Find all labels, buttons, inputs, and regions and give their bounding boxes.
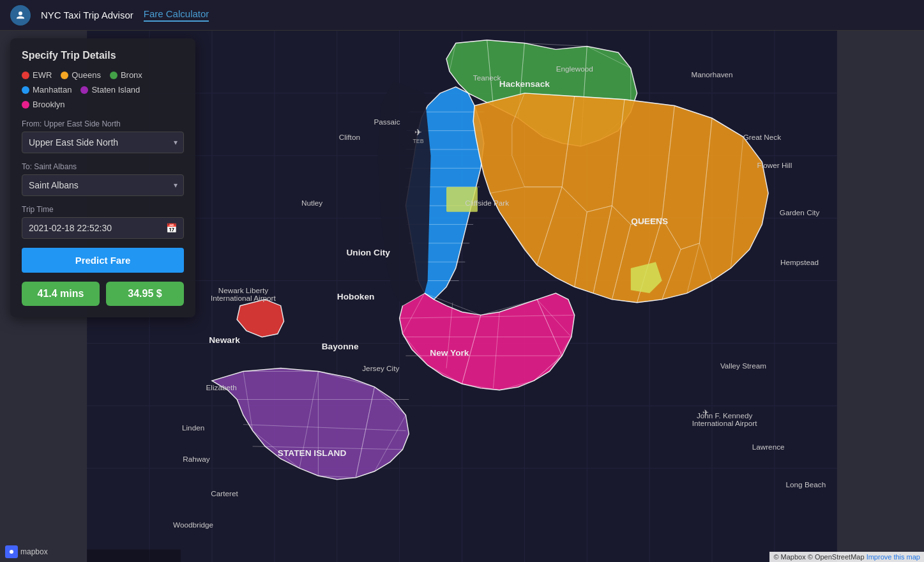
svg-text:Clifton: Clifton (339, 133, 360, 141)
trip-time-field-group: Trip Time 📅 (22, 205, 184, 239)
result-fare-badge: 34.95 $ (106, 282, 184, 306)
svg-text:Teaneck: Teaneck (473, 73, 501, 82)
svg-text:Linden: Linden (182, 423, 204, 432)
brooklyn-dot (22, 101, 29, 109)
to-label: To: Saint Albans (22, 162, 184, 171)
queens-dot (61, 72, 68, 79)
svg-text:TEB: TEB (413, 138, 423, 144)
legend-manhattan: Manhattan (22, 85, 72, 95)
svg-text:✈: ✈ (702, 408, 709, 416)
svg-text:Englewood: Englewood (556, 65, 593, 73)
svg-point-0 (19, 11, 22, 15)
from-select-wrapper: Upper East Side North ▾ (22, 132, 184, 153)
trip-details-panel: Specify Trip Details EWR Queens Bronx Ma… (10, 38, 195, 317)
svg-text:International Airport: International Airport (211, 294, 276, 302)
svg-text:Garden City: Garden City (780, 208, 820, 216)
staten-island-label: Staten Island (91, 85, 140, 95)
svg-text:New York: New York (430, 348, 469, 358)
app-logo (10, 5, 31, 26)
queens-label: Queens (72, 70, 101, 80)
svg-text:Lawrence: Lawrence (752, 443, 785, 451)
svg-text:Union City: Union City (346, 248, 390, 257)
brooklyn-label: Brooklyn (33, 100, 65, 109)
svg-text:Hoboken: Hoboken (337, 292, 375, 301)
from-select[interactable]: Upper East Side North (22, 132, 184, 153)
from-label: From: Upper East Side North (22, 119, 184, 128)
to-select-wrapper: Saint Albans ▾ (22, 174, 184, 196)
svg-point-74 (10, 550, 13, 554)
legend-brooklyn: Brooklyn (22, 100, 65, 109)
svg-text:✈: ✈ (414, 128, 422, 137)
trip-time-input[interactable] (29, 223, 161, 233)
svg-text:Flower Hill: Flower Hill (757, 161, 792, 169)
improve-map-link[interactable]: Improve this map (867, 553, 920, 561)
svg-text:Bayonne: Bayonne (322, 342, 359, 351)
panel-title: Specify Trip Details (22, 50, 184, 61)
legend-ewr: EWR (22, 70, 52, 80)
legend-bronx: Bronx (110, 70, 142, 80)
ewr-label: EWR (33, 70, 52, 80)
svg-text:Rahway: Rahway (183, 455, 210, 463)
calendar-icon[interactable]: 📅 (166, 223, 177, 233)
legend-queens: Queens (61, 70, 101, 80)
svg-text:QUEENS: QUEENS (631, 216, 668, 226)
svg-text:Hackensack: Hackensack (499, 79, 550, 89)
to-field-group: To: Saint Albans Saint Albans ▾ (22, 162, 184, 196)
results-row: 41.4 mins 34.95 $ (22, 282, 184, 306)
svg-text:Hempstead: Hempstead (780, 258, 819, 266)
svg-text:Elizabeth: Elizabeth (206, 383, 237, 391)
svg-text:Passaic: Passaic (374, 118, 400, 126)
svg-text:Cliffside Park: Cliffside Park (465, 199, 509, 207)
manhattan-dot (22, 86, 29, 94)
svg-text:Nutley: Nutley (301, 199, 322, 207)
from-field-group: From: Upper East Side North Upper East S… (22, 119, 184, 153)
svg-text:Newark: Newark (209, 335, 240, 345)
navbar: NYC Taxi Trip Advisor Fare Calculator (0, 0, 924, 31)
legend: EWR Queens Bronx Manhattan Staten Island… (22, 70, 184, 109)
nav-fare-calculator[interactable]: Fare Calculator (144, 8, 209, 22)
mapbox-text: mapbox (20, 547, 48, 556)
svg-text:Valley Stream: Valley Stream (720, 361, 766, 370)
legend-staten-island: Staten Island (80, 85, 140, 95)
trip-time-label: Trip Time (22, 205, 184, 214)
bronx-label: Bronx (121, 70, 142, 80)
manhattan-label: Manhattan (33, 85, 72, 95)
trip-time-input-wrapper: 📅 (22, 217, 184, 239)
svg-rect-73 (87, 549, 181, 562)
svg-text:STATEN ISLAND: STATEN ISLAND (278, 448, 347, 458)
ewr-dot (22, 72, 29, 79)
to-select[interactable]: Saint Albans (22, 174, 184, 196)
predict-fare-button[interactable]: Predict Fare (22, 248, 184, 273)
svg-text:Long Beach: Long Beach (786, 480, 826, 489)
map-attribution: © Mapbox © OpenStreetMap Improve this ma… (769, 552, 924, 562)
svg-text:Woodbridge: Woodbridge (173, 520, 213, 529)
staten-island-dot (80, 86, 88, 94)
result-time-badge: 41.4 mins (22, 282, 100, 306)
svg-text:Carteret: Carteret (211, 489, 238, 497)
svg-text:Jersey City: Jersey City (362, 364, 399, 372)
app-title: NYC Taxi Trip Advisor (41, 10, 133, 20)
svg-text:Manorhaven: Manorhaven (691, 70, 732, 79)
svg-text:Great Neck: Great Neck (743, 133, 781, 141)
bronx-dot (110, 72, 117, 79)
svg-text:International Airport: International Airport (692, 419, 757, 427)
mapbox-logo: mapbox (5, 545, 48, 558)
